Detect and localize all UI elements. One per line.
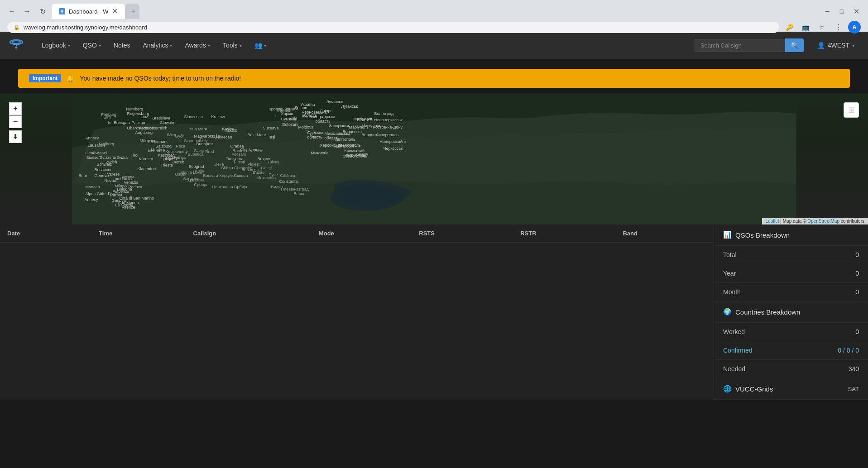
- svg-text:Lausanne: Lausanne: [88, 143, 106, 148]
- svg-text:Arad: Arad: [206, 149, 214, 154]
- tab-close-button[interactable]: ✕: [112, 8, 118, 15]
- svg-text:Sarajevo: Sarajevo: [183, 177, 200, 181]
- user-menu[interactable]: 👤 4WEST ▾: [813, 39, 859, 52]
- svg-text:Suceava: Suceava: [263, 126, 279, 130]
- search-input[interactable]: [695, 39, 785, 52]
- svg-text:Волгоград: Волгоград: [374, 111, 394, 116]
- address-bar[interactable]: 🔒 wavelog.mariushosting.synology.me/dash…: [7, 22, 779, 33]
- countries-worked-value: 0: [855, 328, 859, 335]
- svg-text:Pécs: Pécs: [176, 144, 186, 148]
- svg-text:Monaco: Monaco: [86, 185, 100, 189]
- svg-text:Craiova: Craiova: [234, 173, 248, 178]
- nav-qso[interactable]: QSO ▾: [77, 38, 106, 53]
- col-date: Date: [0, 224, 91, 243]
- maximize-button[interactable]: □: [835, 5, 848, 18]
- svg-text:Geneva: Geneva: [95, 173, 109, 178]
- grid-icon: 🌐: [723, 385, 732, 393]
- alert-badge: Important: [29, 74, 61, 82]
- svg-text:Tirol: Tirol: [131, 153, 139, 158]
- browser-menu-icon[interactable]: ⋮: [832, 21, 844, 33]
- vucc-grids-col-label: SAT: [848, 386, 859, 392]
- svg-text:Миколаїв: Миколаїв: [311, 151, 329, 155]
- back-button[interactable]: ←: [5, 5, 18, 18]
- map-attribution: Leaflet | Map data © OpenStreetMap contr…: [762, 218, 868, 224]
- svg-text:Firenze: Firenze: [122, 205, 135, 210]
- nav-notes[interactable]: Notes: [108, 38, 136, 53]
- browser-extension-icon[interactable]: 🔑: [783, 21, 796, 33]
- countries-breakdown-header: 🌍 Countries Breakdown: [714, 301, 868, 323]
- nav-tools[interactable]: Tools ▾: [217, 38, 247, 53]
- minimize-button[interactable]: −: [821, 5, 834, 18]
- svg-text:Kecskeméty: Kecskeméty: [166, 149, 188, 154]
- reload-button[interactable]: ↻: [36, 5, 49, 18]
- map-layer-button[interactable]: ⊞: [844, 102, 859, 118]
- qsos-month-row: Month 0: [714, 283, 868, 301]
- browser-cast-icon[interactable]: 📺: [799, 21, 812, 33]
- svg-text:Луганськ: Луганськ: [326, 100, 343, 104]
- nav-users[interactable]: 👥 ▾: [249, 38, 272, 53]
- nav-awards[interactable]: Awards ▾: [179, 38, 215, 53]
- nav-analytics[interactable]: Analytics ▾: [137, 38, 177, 53]
- qsos-breakdown-header: 📊 QSOs Breakdown: [714, 224, 868, 246]
- zoom-in-button[interactable]: +: [9, 102, 22, 115]
- svg-text:Миколаївська: Миколаївська: [325, 131, 350, 136]
- svg-text:Tuzla: Tuzla: [194, 169, 204, 173]
- svg-text:Augsburg: Augsburg: [135, 130, 153, 135]
- map-container: Freiburg Basel Zürich Geneva Monaco Augs…: [0, 93, 868, 224]
- app-logo[interactable]: [9, 38, 24, 53]
- alert-container: Important 🔔 You have made no QSOs today;…: [0, 59, 868, 88]
- svg-text:Pitești: Pitești: [234, 160, 245, 164]
- svg-text:Beograd: Beograd: [189, 164, 204, 169]
- svg-text:Bologna: Bologna: [117, 187, 132, 191]
- openstreetmap-link[interactable]: OpenStreetMap: [807, 219, 839, 224]
- col-rstr: RSTR: [513, 224, 615, 243]
- svg-text:Niederösterreich: Niederösterreich: [138, 126, 168, 130]
- map-zoom-controls: + − ⬇: [9, 102, 22, 143]
- tools-dropdown-arrow: ▾: [240, 43, 242, 48]
- svg-text:Ploiești: Ploiești: [248, 162, 261, 167]
- svg-text:Zagreb: Zagreb: [172, 160, 185, 164]
- browser-profile[interactable]: A: [848, 21, 861, 33]
- svg-text:Passau: Passau: [132, 120, 145, 125]
- active-tab[interactable]: Dashboard - W ✕: [52, 4, 125, 19]
- svg-text:Запоріжжя: Запоріжжя: [329, 124, 349, 128]
- svg-text:Kärnten: Kärnten: [139, 157, 153, 161]
- svg-text:Győr: Győr: [175, 134, 184, 138]
- map-svg: Freiburg Basel Zürich Geneva Monaco Augs…: [0, 93, 868, 224]
- svg-text:Schweiz: Schweiz: [97, 162, 112, 167]
- svg-text:Евпаторія: Евпаторія: [336, 144, 354, 148]
- forward-button[interactable]: →: [21, 5, 34, 18]
- svg-text:Genève: Genève: [86, 151, 100, 155]
- svg-text:Besançon: Besançon: [95, 167, 113, 172]
- countries-confirmed-label: Confirmed: [723, 347, 753, 354]
- bookmark-icon[interactable]: ☆: [815, 21, 828, 33]
- leaflet-link[interactable]: Leaflet: [766, 219, 779, 224]
- qso-table: Date Time Callsign Mode RSTS RSTR Band: [0, 224, 714, 243]
- new-tab-button[interactable]: +: [125, 4, 139, 19]
- svg-text:область: область: [325, 136, 340, 140]
- qsos-total-row: Total 0: [714, 246, 868, 264]
- zoom-download-button[interactable]: ⬇: [9, 130, 22, 143]
- svg-text:область: область: [307, 135, 323, 139]
- svg-text:Суми: Суми: [281, 117, 291, 121]
- close-button[interactable]: ✕: [850, 5, 863, 18]
- vucc-grids-section: 🌐 VUCC-Grids SAT: [714, 378, 868, 400]
- bottom-content: Date Time Callsign Mode RSTS RSTR Band 📊…: [0, 224, 868, 400]
- svg-text:Slowakei: Slowakei: [160, 120, 177, 125]
- zoom-out-button[interactable]: −: [9, 115, 22, 128]
- countries-breakdown-section: 🌍 Countries Breakdown Worked 0 Confirmed…: [714, 301, 868, 378]
- qsos-year-row: Year 0: [714, 264, 868, 283]
- countries-needed-row: Needed 340: [714, 360, 868, 378]
- svg-text:Steiermark: Steiermark: [148, 139, 168, 144]
- nav-logbook[interactable]: Logbook ▾: [36, 38, 76, 53]
- countries-worked-label: Worked: [723, 328, 745, 335]
- chart-icon: 📊: [723, 231, 732, 239]
- search-button[interactable]: 🔍: [785, 38, 804, 52]
- svg-text:Шахти: Шахти: [357, 118, 369, 122]
- user-icon: 👤: [817, 42, 825, 49]
- svg-text:Ростов-на-Дону: Ростов-на-Дону: [373, 125, 403, 129]
- countries-needed-label: Needed: [723, 365, 745, 372]
- svg-text:Annecy: Annecy: [86, 136, 100, 140]
- svg-text:Im Breisgau: Im Breisgau: [108, 120, 130, 125]
- alert-banner: Important 🔔 You have made no QSOs today;…: [18, 69, 850, 88]
